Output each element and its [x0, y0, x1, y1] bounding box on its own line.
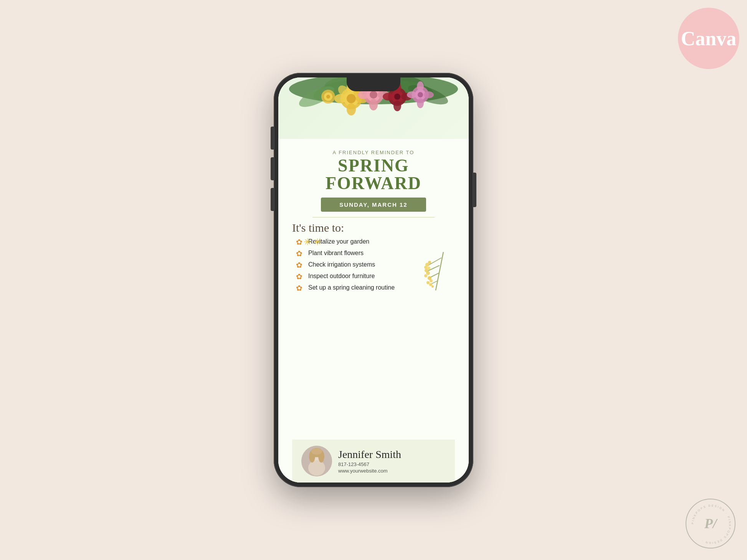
svg-point-36 [407, 91, 417, 98]
phone-mockup: A FRIENDLY REMINDER TO SPRING FORWARD SU… [274, 73, 473, 487]
svg-point-12 [347, 103, 356, 115]
svg-line-49 [436, 252, 443, 290]
svg-point-60 [424, 274, 427, 277]
svg-point-35 [417, 98, 424, 108]
bullet-icon-2: ✿ [296, 249, 304, 257]
svg-point-10 [347, 94, 356, 103]
svg-point-28 [393, 100, 401, 111]
screen-content: A FRIENDLY REMINDER TO SPRING FORWARD SU… [278, 77, 469, 483]
contact-footer: Jennifer Smith 817-123-4567 www.yourwebs… [292, 440, 455, 483]
svg-point-55 [428, 261, 431, 264]
svg-point-56 [424, 266, 427, 269]
date-badge: SUNDAY, MARCH 12 [321, 198, 426, 212]
brand-watermark: PINKPOPS DESIGN · PINKPOPS DESIGN · P/ [686, 499, 735, 548]
svg-point-29 [383, 93, 393, 100]
bullet-icon-3: ✿ [296, 260, 304, 269]
subtitle: A FRIENDLY REMINDER TO [333, 150, 415, 155]
watermark-logo: P/ [704, 516, 717, 532]
svg-point-72 [311, 448, 322, 455]
star-decoration-left: ✳ ✳ [304, 237, 321, 247]
svg-point-40 [326, 95, 330, 99]
contact-info: Jennifer Smith 817-123-4567 www.yourwebs… [338, 448, 401, 474]
svg-point-37 [424, 91, 434, 98]
canva-badge: Canva [678, 8, 739, 69]
watermark-inner: P/ [691, 504, 730, 543]
svg-point-58 [427, 267, 430, 270]
mimosa-decoration [424, 248, 451, 297]
content-wrapper: ✳ ✳ It's time to: [292, 217, 455, 295]
avatar [301, 446, 332, 476]
svg-point-33 [418, 92, 423, 97]
svg-point-68 [308, 460, 325, 476]
script-heading: It's time to: [292, 221, 455, 234]
bullet-icon-4: ✿ [296, 272, 304, 280]
svg-point-26 [394, 94, 400, 100]
phone-notch [347, 77, 400, 91]
contact-phone: 817-123-4567 [338, 461, 401, 467]
svg-point-62 [430, 279, 433, 282]
contact-name: Jennifer Smith [338, 448, 401, 461]
svg-point-65 [431, 285, 434, 288]
svg-point-59 [426, 271, 430, 275]
svg-point-64 [429, 283, 432, 286]
svg-point-22 [358, 91, 369, 99]
svg-point-63 [426, 281, 430, 284]
canva-logo: Canva [681, 27, 736, 50]
checklist-item-5: Set up a spring cleaning routine [308, 284, 395, 291]
bullet-icon-1: ✿ [296, 237, 304, 246]
contact-website: www.yourwebsite.com [338, 468, 401, 474]
bullet-icon-5: ✿ [296, 283, 304, 292]
svg-point-21 [369, 99, 378, 110]
mimosa-svg [424, 248, 451, 294]
svg-point-19 [370, 91, 377, 99]
checklist-item-2: Plant vibrant flowers [308, 250, 364, 257]
avatar-svg [301, 446, 332, 476]
content-area: A FRIENDLY REMINDER TO SPRING FORWARD SU… [278, 139, 469, 483]
main-title: SPRING FORWARD [292, 157, 455, 192]
svg-point-34 [417, 81, 424, 91]
checklist-item-3: Check irrigation systems [308, 261, 375, 268]
checklist-item-4: Inspect outdoor furniture [308, 273, 375, 280]
phone-screen: A FRIENDLY REMINDER TO SPRING FORWARD SU… [278, 77, 469, 483]
